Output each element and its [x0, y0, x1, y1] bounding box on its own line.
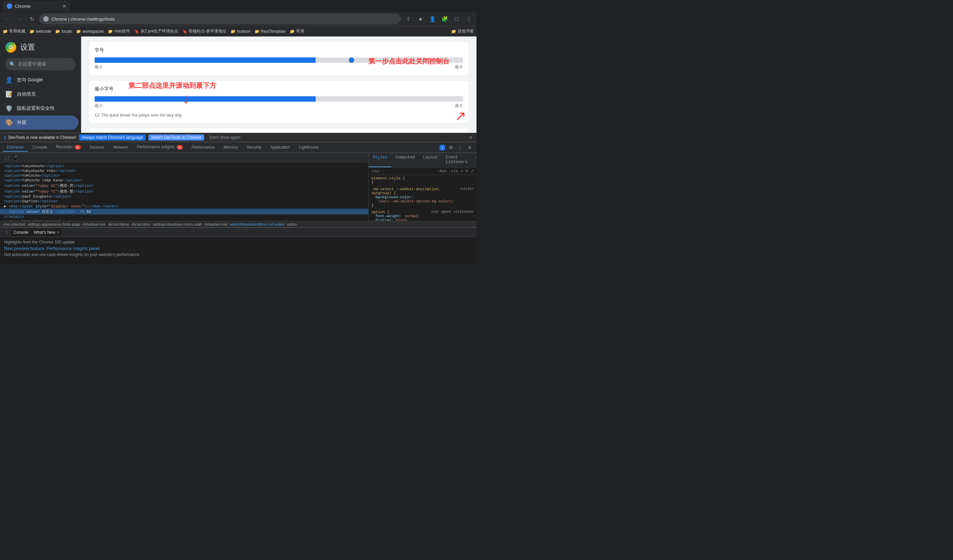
console-tab-label: Console	[14, 230, 28, 235]
tab-sources[interactable]: Sources	[85, 144, 109, 152]
browser-tab[interactable]: Chrome ✕	[3, 1, 70, 11]
tab-performance[interactable]: Performance	[188, 144, 219, 152]
sidebar-item-search[interactable]: 🔍 搜索引擎	[0, 130, 78, 133]
breadcrumb-item[interactable]: settings-dropdown-menu.start	[153, 222, 202, 226]
min-font-size-slider-container: 最小 最大 12: The quick brown fox jumps over…	[95, 96, 463, 118]
hov-button[interactable]: :hov	[438, 169, 446, 173]
breadcrumb-item[interactable]: option	[287, 222, 297, 226]
bookmark-label: hudson	[237, 29, 250, 34]
sidebar-item-autofill[interactable]: 📝 自动填充	[0, 87, 78, 101]
bookmark-item[interactable]: 📁 hudson	[230, 29, 250, 34]
url-bar[interactable]: Chrome | chrome://settings/fonts	[39, 14, 401, 24]
bookmark-item[interactable]: 🔖 灰2 pre生产环境站点	[134, 28, 178, 34]
bookmark-item[interactable]: 📁 常用	[290, 28, 304, 34]
devtools-settings-button[interactable]: ⚙	[447, 144, 455, 152]
breadcrumb-item[interactable]: #shadow-root	[83, 222, 106, 226]
bottom-tabs-bar: ⋮ Console What's New ✕	[0, 227, 476, 237]
whats-new-close-button[interactable]: ✕	[57, 230, 59, 234]
styles-tab-layout[interactable]: Layout	[419, 153, 442, 167]
forward-button[interactable]: →	[15, 14, 24, 24]
styles-tab-styles[interactable]: Styles	[369, 153, 391, 167]
tab-console-bottom[interactable]: Console	[11, 229, 31, 236]
bookmark-item[interactable]: 🔖 前端站点-多环境地址	[182, 28, 227, 34]
other-bookmarks[interactable]: 📁 其他书签	[451, 28, 474, 34]
sidebar-item-appearance[interactable]: 🎨 外观	[0, 116, 78, 130]
tab-whats-new[interactable]: What's New ✕	[31, 229, 62, 236]
share-button[interactable]: ⇧	[404, 14, 413, 24]
tab-application[interactable]: Application	[266, 144, 294, 152]
font-size-slider[interactable]	[95, 57, 463, 63]
code-line-selected[interactable]: <option value= 自定义 </option> == $0	[0, 209, 368, 215]
profile-button[interactable]: 👤	[428, 14, 437, 24]
code-panel[interactable]: <option>YuKyokasho</option> <option>YuKy…	[0, 162, 368, 221]
bookmark-label: 常用收藏	[9, 28, 25, 34]
tab-lighthouse[interactable]: Lighthouse	[295, 144, 323, 152]
switch-chinese-button[interactable]: Switch DevTools to Chinese	[148, 135, 204, 141]
window-button[interactable]: □	[452, 14, 462, 24]
tab-security[interactable]: Security	[243, 144, 265, 152]
bookmark-item[interactable]: 📁 RestTemplate	[255, 29, 286, 34]
bookmark-button[interactable]: ★	[416, 14, 425, 24]
url-text: Chrome | chrome://settings/fonts	[51, 17, 115, 22]
back-button[interactable]: ←	[3, 14, 12, 24]
styles-tab-computed[interactable]: Computed	[391, 153, 419, 167]
bookmark-page-icon: 🔖	[134, 29, 139, 34]
settings-search[interactable]: 🔍 在设置中搜索	[5, 58, 76, 70]
reload-button[interactable]: ↻	[27, 14, 37, 24]
styles-tabs: Styles Computed Layout Event Listeners »	[369, 153, 476, 167]
bookmark-item[interactable]: 📁 leetcode	[29, 29, 51, 34]
expand-style-button[interactable]: ⤢	[471, 169, 474, 173]
tab-recorder[interactable]: Recorder ▲	[52, 143, 85, 152]
breadcrumb-item[interactable]: div.list-frame	[108, 222, 129, 226]
cls-button[interactable]: .cls	[449, 169, 458, 173]
breadcrumb-item[interactable]: #shadow-root	[205, 222, 227, 226]
css-property: font-weight:	[376, 214, 405, 218]
tab-performance-insights[interactable]: Performance insights ▲	[133, 143, 187, 152]
whats-new-feature-title[interactable]: New preview feature: Performance insight…	[4, 246, 472, 251]
breadcrumb-item[interactable]: div.list-item	[132, 222, 150, 226]
styles-tab-more[interactable]: »	[472, 153, 476, 167]
devtools-close-button[interactable]: ✕	[466, 144, 474, 152]
tab-elements[interactable]: Elements	[3, 144, 28, 152]
element-picker-button[interactable]: ⬚	[3, 154, 11, 162]
standard-font-section: 标准字体 宋体-简 ▼ 16: The quick brown fox jump…	[89, 128, 469, 133]
styles-tab-event-listeners[interactable]: Event Listeners	[442, 153, 472, 167]
min-font-size-slider[interactable]	[95, 96, 463, 102]
css-selector: .md-select :-webkit-any(option,	[371, 187, 441, 191]
tab-memory[interactable]: Memory	[219, 144, 242, 152]
css-source: <style>	[459, 187, 474, 191]
more-button[interactable]: ⋮	[464, 14, 474, 24]
breadcrumb-item[interactable]: .iron-selected	[3, 222, 25, 226]
notification-close-button[interactable]: ✕	[469, 135, 472, 140]
breadcrumb-item[interactable]: settings-appearance-fonts-page	[28, 222, 80, 226]
breadcrumb-item-selected[interactable]: select#dropdownMenu.md-select	[230, 222, 284, 226]
tab-network[interactable]: Network	[109, 144, 132, 152]
sidebar-item-privacy[interactable]: 🛡️ 隐私设置和安全性	[0, 101, 78, 116]
add-style-button[interactable]: +	[461, 169, 463, 173]
match-language-button[interactable]: Always match Chrome's language	[79, 135, 146, 141]
bookmark-item[interactable]: 📁 常用收藏	[3, 28, 25, 34]
bookmark-label: 灰2 pre生产环境站点	[141, 28, 178, 34]
bookmark-item[interactable]: 📁 mac软件	[108, 28, 130, 34]
console-menu-button[interactable]: ⋮	[3, 228, 11, 237]
breadcrumb-bar: .iron-selected settings-appearance-fonts…	[0, 221, 476, 227]
css-selector-cont: optgroup) {	[371, 191, 396, 195]
bookmark-label: 常用	[296, 28, 304, 34]
min-font-size-labels: 最小 最大	[95, 103, 463, 109]
settings-header: ⚙ 设置	[0, 39, 81, 56]
tab-console[interactable]: Console	[28, 144, 51, 152]
extension-button[interactable]: 🧩	[440, 14, 450, 24]
bookmark-folder-icon: 📁	[3, 29, 8, 34]
dont-show-again-link[interactable]: Don't show again	[210, 135, 241, 140]
address-bar: ← → ↻ Chrome | chrome://settings/fonts ⇧…	[0, 12, 476, 26]
devtools-more-button[interactable]: ⋮	[456, 144, 464, 152]
bookmark-label: RestTemplate	[261, 29, 286, 34]
bookmark-folder-icon: 📁	[29, 29, 34, 34]
device-mode-button[interactable]: 📱	[11, 154, 20, 162]
styles-filter-input[interactable]	[371, 169, 435, 173]
copy-style-button[interactable]: ⎘	[466, 169, 468, 173]
bookmark-item[interactable]: 📁 locals	[55, 29, 72, 34]
bookmark-item[interactable]: 📁 workspaces	[76, 29, 104, 34]
sidebar-item-google[interactable]: 👤 您与 Google	[0, 73, 78, 87]
tab-close-button[interactable]: ✕	[62, 4, 66, 9]
